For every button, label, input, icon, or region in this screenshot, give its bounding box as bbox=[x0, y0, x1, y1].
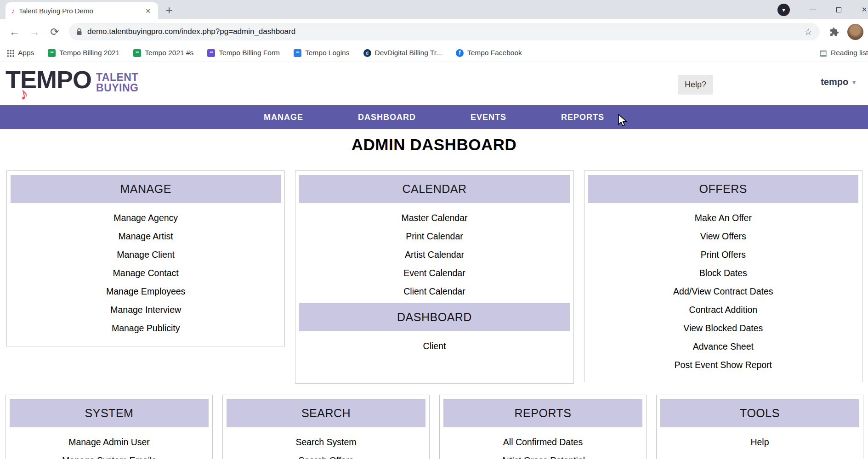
search-card: SEARCH Search System Search Offers bbox=[222, 395, 430, 459]
tab-close-icon[interactable]: ✕ bbox=[143, 6, 153, 16]
link-view-blocked-dates[interactable]: View Blocked Dates bbox=[588, 319, 858, 337]
bookmarks-bar: Apps ☰ Tempo Billing 2021 ☰ Tempo 2021 #… bbox=[0, 44, 868, 62]
minimize-button[interactable] bbox=[800, 0, 826, 19]
user-menu-label: tempo bbox=[821, 77, 848, 87]
link-search-system[interactable]: Search System bbox=[227, 433, 425, 451]
page-title: ADMIN DASHBOARD bbox=[0, 136, 868, 154]
search-card-header: SEARCH bbox=[227, 399, 425, 427]
link-manage-agency[interactable]: Manage Agency bbox=[11, 209, 281, 227]
user-menu[interactable]: tempo ▼ bbox=[821, 77, 857, 87]
reading-list-label: Reading list bbox=[831, 49, 868, 57]
bookmark-label: DevDigital Billing Tr... bbox=[375, 49, 442, 57]
music-note-favicon-icon: ♪ bbox=[11, 7, 15, 15]
link-manage-employees[interactable]: Manage Employees bbox=[11, 282, 281, 300]
nav-events[interactable]: EVENTS bbox=[468, 108, 509, 127]
apps-grid-icon bbox=[6, 49, 14, 57]
site-header: TEMPO ♪ TALENT BUYING Help? tempo ▼ bbox=[0, 62, 868, 105]
tools-card-header: TOOLS bbox=[660, 399, 859, 427]
main-nav: MANAGE DASHBOARD EVENTS REPORTS bbox=[0, 105, 868, 129]
back-button[interactable]: ← bbox=[5, 22, 24, 41]
link-post-event-show-report[interactable]: Post Event Show Report bbox=[588, 356, 858, 374]
new-tab-button[interactable]: + bbox=[161, 2, 177, 18]
link-block-dates[interactable]: Block Dates bbox=[588, 264, 858, 282]
bookmark-tempo-billing-2021[interactable]: ☰ Tempo Billing 2021 bbox=[48, 49, 119, 57]
link-make-an-offer[interactable]: Make An Offer bbox=[588, 209, 858, 227]
bookmark-tempo-logins[interactable]: ☰ Tempo Logins bbox=[294, 49, 350, 57]
maximize-icon bbox=[836, 7, 841, 12]
logo-buying-line: BUYING bbox=[96, 83, 138, 93]
link-manage-system-emails[interactable]: Manage System Emails bbox=[10, 451, 209, 459]
link-client-dashboard[interactable]: Client bbox=[299, 337, 569, 355]
tab-search-button[interactable]: ▾ bbox=[777, 4, 790, 16]
nav-dashboard[interactable]: DASHBOARD bbox=[355, 108, 419, 127]
reading-list-button[interactable]: ▤ Reading list bbox=[819, 49, 868, 57]
nav-manage[interactable]: MANAGE bbox=[261, 108, 306, 127]
bookmark-tempo-billing-form[interactable]: ☰ Tempo Billing Form bbox=[207, 49, 280, 57]
minimize-icon bbox=[810, 10, 816, 10]
link-print-offers[interactable]: Print Offers bbox=[588, 245, 858, 264]
link-artist-gross-potential[interactable]: Artist Gross Potential bbox=[443, 451, 642, 459]
link-manage-admin-user[interactable]: Manage Admin User bbox=[10, 433, 209, 451]
bookmark-devdigital-billing[interactable]: d DevDigital Billing Tr... bbox=[363, 49, 442, 57]
link-manage-publicity[interactable]: Manage Publicity bbox=[11, 319, 281, 337]
puzzle-icon bbox=[829, 27, 839, 37]
link-help[interactable]: Help bbox=[660, 433, 859, 451]
link-client-calendar[interactable]: Client Calendar bbox=[299, 282, 569, 300]
calendar-card-header: CALENDAR bbox=[299, 175, 569, 203]
browser-tab[interactable]: ♪ Talent Buying Pro Demo ✕ bbox=[6, 2, 158, 19]
forms-icon: ☰ bbox=[207, 49, 215, 57]
system-card-header: SYSTEM bbox=[10, 399, 209, 427]
logo-tagline: TALENT BUYING bbox=[96, 72, 138, 93]
bookmark-tempo-facebook[interactable]: f Tempo Facebook bbox=[456, 49, 522, 57]
close-icon: ✕ bbox=[862, 6, 868, 14]
link-event-calendar[interactable]: Event Calendar bbox=[299, 264, 569, 282]
tempo-logo[interactable]: TEMPO ♪ TALENT BUYING bbox=[6, 65, 138, 94]
link-master-calendar[interactable]: Master Calendar bbox=[299, 209, 569, 227]
apps-shortcut[interactable]: Apps bbox=[6, 49, 34, 57]
tab-title: Talent Buying Pro Demo bbox=[19, 7, 139, 15]
link-print-calendar[interactable]: Print Calendar bbox=[299, 227, 569, 245]
profile-avatar[interactable] bbox=[847, 24, 863, 40]
docs-icon: ☰ bbox=[294, 49, 301, 57]
cards-row-top: MANAGE Manage Agency Manage Artist Manag… bbox=[0, 170, 868, 384]
logo-talent-line: TALENT bbox=[96, 72, 138, 83]
window-controls: ▾ ✕ bbox=[777, 0, 868, 19]
maximize-button[interactable] bbox=[826, 0, 851, 19]
forward-button[interactable]: → bbox=[25, 22, 44, 41]
link-manage-interview[interactable]: Manage Interview bbox=[11, 300, 281, 319]
link-all-confirmed-dates[interactable]: All Confirmed Dates bbox=[443, 433, 642, 451]
link-contract-addition[interactable]: Contract Addition bbox=[588, 300, 858, 319]
link-manage-contact[interactable]: Manage Contact bbox=[11, 264, 281, 282]
help-button[interactable]: Help? bbox=[678, 75, 713, 95]
bookmark-label: Tempo Billing Form bbox=[219, 49, 280, 57]
url-text[interactable]: demo.talentbuyingpro.com/index.php?pg=ad… bbox=[87, 27, 799, 36]
tools-card: TOOLS Help bbox=[656, 395, 863, 459]
devdigital-icon: d bbox=[363, 49, 371, 57]
reports-card-header: REPORTS bbox=[443, 399, 642, 427]
url-bar[interactable]: demo.talentbuyingpro.com/index.php?pg=ad… bbox=[69, 23, 820, 40]
link-advance-sheet[interactable]: Advance Sheet bbox=[588, 337, 858, 356]
nav-reports[interactable]: REPORTS bbox=[558, 108, 607, 127]
link-search-offers[interactable]: Search Offers bbox=[227, 451, 425, 459]
lock-icon bbox=[76, 28, 82, 35]
bookmark-label: Apps bbox=[18, 49, 34, 57]
reload-button[interactable]: ⟳ bbox=[45, 22, 64, 41]
bookmark-star-icon[interactable]: ☆ bbox=[804, 26, 812, 37]
manage-card-header: MANAGE bbox=[11, 175, 281, 203]
link-add-view-contract-dates[interactable]: Add/View Contract Dates bbox=[588, 282, 858, 300]
link-artist-calendar[interactable]: Artist Calendar bbox=[299, 245, 569, 264]
link-view-offers[interactable]: View Offers bbox=[588, 227, 858, 245]
reading-list-icon: ▤ bbox=[819, 49, 827, 57]
offers-card: OFFERS Make An Offer View Offers Print O… bbox=[584, 170, 862, 382]
system-card: SYSTEM Manage Admin User Manage System E… bbox=[6, 395, 213, 459]
close-button[interactable]: ✕ bbox=[851, 0, 868, 19]
browser-toolbar: ← → ⟳ demo.talentbuyingpro.com/index.php… bbox=[0, 19, 868, 44]
bookmark-label: Tempo Billing 2021 bbox=[59, 49, 119, 57]
link-manage-artist[interactable]: Manage Artist bbox=[11, 227, 281, 245]
link-manage-client[interactable]: Manage Client bbox=[11, 245, 281, 264]
bookmark-tempo-2021-numbers[interactable]: ☰ Tempo 2021 #s bbox=[133, 49, 193, 57]
extensions-puzzle-icon[interactable] bbox=[824, 22, 844, 41]
bookmark-label: Tempo Logins bbox=[305, 49, 350, 57]
sheets-icon: ☰ bbox=[133, 49, 141, 57]
dashboard-card-header: DASHBOARD bbox=[299, 303, 569, 331]
